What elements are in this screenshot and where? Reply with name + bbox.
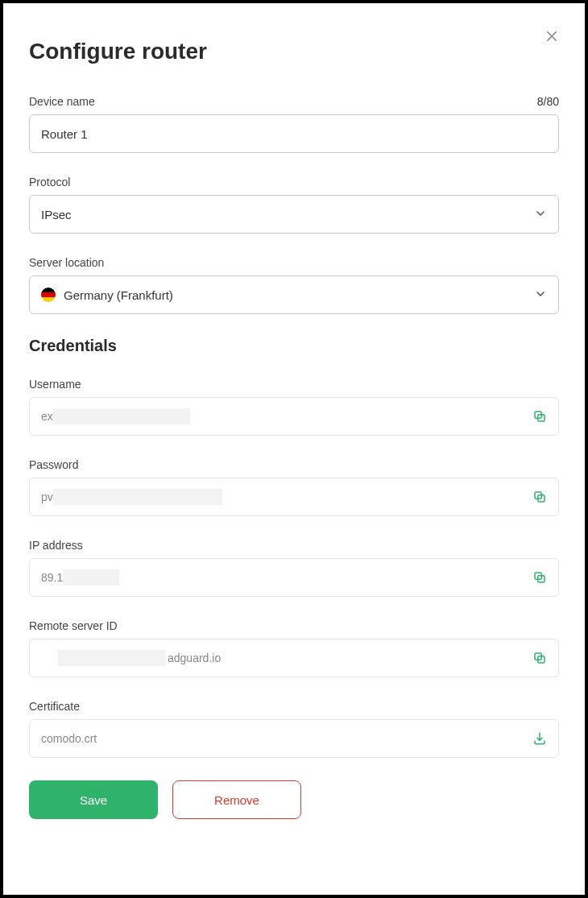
server-location-field: Server location Germany (Frankfurt) [29, 256, 559, 314]
username-value-box: ex [29, 397, 559, 436]
credentials-title: Credentials [29, 337, 559, 355]
device-name-field: Device name 8/80 [29, 95, 559, 153]
copy-icon [532, 490, 547, 504]
device-name-label: Device name [29, 95, 95, 108]
remove-button[interactable]: Remove [172, 780, 301, 819]
username-label: Username [29, 378, 81, 391]
download-icon [532, 731, 547, 746]
close-button[interactable] [545, 29, 559, 46]
remote-server-id-label: Remote server ID [29, 619, 118, 632]
remote-server-id-suffix: adguard.io [168, 652, 221, 664]
server-location-label: Server location [29, 256, 104, 269]
close-icon [545, 29, 559, 43]
configure-router-modal: Configure router Device name 8/80 Protoc… [3, 3, 585, 845]
copy-icon [532, 651, 547, 665]
copy-icon [532, 570, 547, 585]
ip-label: IP address [29, 539, 83, 552]
protocol-label: Protocol [29, 176, 70, 188]
device-name-input[interactable] [29, 114, 559, 153]
germany-flag-icon [41, 288, 56, 302]
password-value-box: pv [29, 478, 559, 516]
redacted-block [57, 650, 166, 666]
protocol-field: Protocol IPsec [29, 176, 559, 234]
page-title: Configure router [29, 39, 559, 64]
redacted-block [53, 489, 222, 505]
password-field: Password pv [29, 458, 559, 516]
redacted-block [53, 408, 190, 424]
copy-remote-server-id-button[interactable] [532, 651, 547, 665]
certificate-field: Certificate comodo.crt [29, 700, 559, 758]
ip-field: IP address 89.1 [29, 539, 559, 597]
copy-ip-button[interactable] [532, 570, 547, 585]
chevron-down-icon [534, 288, 547, 303]
chevron-down-icon [534, 207, 547, 222]
protocol-value: IPsec [41, 208, 72, 221]
certificate-label: Certificate [29, 700, 80, 713]
certificate-value: comodo.crt [41, 732, 97, 745]
ip-value-box: 89.1 [29, 558, 559, 597]
copy-icon [532, 409, 547, 424]
copy-password-button[interactable] [532, 490, 547, 504]
remote-server-id-field: Remote server ID adguard.io [29, 619, 559, 677]
password-prefix: pv [41, 490, 53, 503]
protocol-select[interactable]: IPsec [29, 195, 559, 234]
password-label: Password [29, 458, 78, 471]
server-location-value: Germany (Frankfurt) [64, 288, 173, 302]
copy-username-button[interactable] [532, 409, 547, 424]
download-certificate-button[interactable] [532, 731, 547, 746]
ip-prefix: 89.1 [41, 571, 63, 584]
action-row: Save Remove [29, 780, 559, 819]
save-button[interactable]: Save [29, 780, 158, 819]
server-location-select[interactable]: Germany (Frankfurt) [29, 275, 559, 314]
username-field: Username ex [29, 378, 559, 436]
username-prefix: ex [41, 410, 53, 423]
certificate-value-box: comodo.crt [29, 719, 559, 758]
device-name-counter: 8/80 [537, 95, 559, 108]
remote-server-id-value-box: adguard.io [29, 639, 559, 677]
redacted-block [63, 569, 119, 586]
